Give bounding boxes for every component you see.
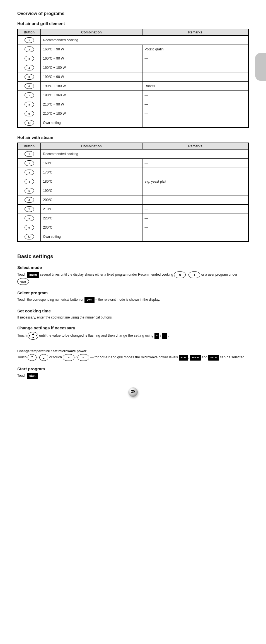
step1-body: Touch menu several times until the displ… xyxy=(17,271,249,285)
cell-notes: — xyxy=(142,109,248,118)
memory-icon: ↻ xyxy=(174,271,186,278)
arrow-down-icon xyxy=(39,354,48,361)
own-button-icon: own xyxy=(17,278,29,285)
step3-body: If necessary, enter the cooking time usi… xyxy=(17,315,249,320)
table-row: 4 180°C e.g. yeast plait xyxy=(18,177,248,186)
button-oval: 7 xyxy=(25,206,34,212)
step2-body: Touch the corresponding numerical button… xyxy=(17,297,249,303)
table-row: 5 190°C + 90 W — xyxy=(18,72,248,82)
th-button: Button xyxy=(18,143,41,150)
cell-notes: — xyxy=(142,54,248,63)
cell-combi: 190°C + 90 W xyxy=(41,72,142,82)
temp-title: Change temperature / set microwave power… xyxy=(17,349,249,353)
button-oval: 3 xyxy=(25,170,34,175)
cell-combi: 190°C + 360 W xyxy=(41,91,142,100)
table-row: 5 190°C — xyxy=(18,186,248,195)
cell-combi: 210°C xyxy=(41,205,142,214)
table-row: 1 Recommended cooking xyxy=(18,150,248,159)
page: Overview of programs Hot air and grill e… xyxy=(0,0,266,418)
cell-notes: — xyxy=(142,195,248,205)
cell-notes: — xyxy=(142,118,248,128)
cell-notes: — xyxy=(142,205,248,214)
cell-notes: e.g. yeast plait xyxy=(142,177,248,186)
table-row: 2 160°C — xyxy=(18,159,248,168)
cell-combi: Own setting xyxy=(41,232,142,242)
table-row: 8 210°C + 90 W — xyxy=(18,100,248,109)
text: Touch xyxy=(17,334,28,337)
cell-notes: — xyxy=(142,63,248,72)
step4-title: Change settings if necessary xyxy=(17,325,249,330)
text: Touch xyxy=(17,355,28,359)
table-row: 8 220°C — xyxy=(18,214,248,223)
table-row: 2 160°C + 90 W Potato gratin xyxy=(18,45,248,54)
button-oval: 1 xyxy=(25,37,34,43)
cell-combi: 230°C xyxy=(41,223,142,232)
table-row: ↻ Own setting — xyxy=(18,232,248,242)
th-button: Button xyxy=(18,29,41,36)
table1-title: Hot air and grill element xyxy=(17,21,249,26)
side-tab xyxy=(255,53,266,81)
cell-combi: 190°C xyxy=(41,186,142,195)
step1-title: Select mode xyxy=(17,265,249,270)
text: / xyxy=(37,355,38,359)
start-body: Touch start . xyxy=(17,373,249,379)
section-title: Basic settings xyxy=(17,253,249,259)
button-oval: 8 xyxy=(25,216,34,221)
button-oval: 4 xyxy=(25,179,34,184)
table-row: 9 230°C — xyxy=(18,223,248,232)
own-badge: own xyxy=(84,297,95,303)
button-oval: 3 xyxy=(25,56,34,61)
text: and xyxy=(202,355,208,359)
table-row: 4 160°C + 180 W — xyxy=(18,63,248,72)
start-badge: start xyxy=(27,373,38,379)
cell-combi: Recommended cooking xyxy=(41,36,248,45)
button-oval: 1 xyxy=(25,151,34,157)
table-row: 7 210°C — xyxy=(18,205,248,214)
cell-combi: Own setting xyxy=(41,118,142,128)
cell-notes xyxy=(142,168,248,177)
plus-oval-icon: + xyxy=(63,354,74,361)
cell-combi: 160°C + 90 W xyxy=(41,54,142,63)
th-notes: Remarks xyxy=(142,143,248,150)
temp-body: Touch / or touch + / – — for hot-air and… xyxy=(17,354,249,361)
menu-badge: menu xyxy=(27,272,39,278)
page-title: Overview of programs xyxy=(17,11,249,16)
cell-combi: 210°C + 180 W xyxy=(41,109,142,118)
step3-title: Set cooking time xyxy=(17,308,249,313)
text: Touch the corresponding numerical button… xyxy=(17,298,84,302)
button-oval: 5 xyxy=(25,74,34,80)
button-oval: 6 xyxy=(25,197,34,203)
step2-title: Select program xyxy=(17,290,249,295)
power-badge: 90 W xyxy=(179,355,188,361)
text: . xyxy=(30,279,31,283)
table-row: 3 160°C + 90 W — xyxy=(18,54,248,63)
th-combi: Combination xyxy=(41,29,142,36)
cell-notes: — xyxy=(142,100,248,109)
arrow-up-icon xyxy=(28,354,37,361)
text: can be selected. xyxy=(220,355,245,359)
text: . xyxy=(168,334,169,337)
th-notes: Remarks xyxy=(142,29,248,36)
table-row: 7 190°C + 360 W — xyxy=(18,91,248,100)
button-oval: 2 xyxy=(25,160,34,166)
cell-combi: 190°C + 180 W xyxy=(41,82,142,91)
plus-badge: + xyxy=(154,333,159,339)
text: or a user program under xyxy=(201,273,237,276)
power-badge: 180 W xyxy=(190,355,200,361)
button-oval: 8 xyxy=(25,102,34,107)
power-badge: 360 W xyxy=(208,355,219,361)
cell-combi: 170°C xyxy=(41,168,142,177)
page-number: 25 xyxy=(131,390,135,393)
button-oval: 7 xyxy=(25,92,34,98)
th-combi: Combination xyxy=(41,143,142,150)
cell-notes: — xyxy=(142,72,248,82)
text: – the relevant mode is shown in the disp… xyxy=(95,298,160,302)
memory-icon: ↻ xyxy=(25,234,34,239)
table-row: 9 210°C + 180 W — xyxy=(18,109,248,118)
step4-body: Touch until the value to be changed is f… xyxy=(17,332,249,340)
button-oval: 9 xyxy=(25,225,34,230)
memory-icon: ↻ xyxy=(25,120,34,126)
cell-notes: — xyxy=(142,214,248,223)
cell-combi: 180°C xyxy=(41,177,142,186)
button-oval: 2 xyxy=(25,46,34,52)
